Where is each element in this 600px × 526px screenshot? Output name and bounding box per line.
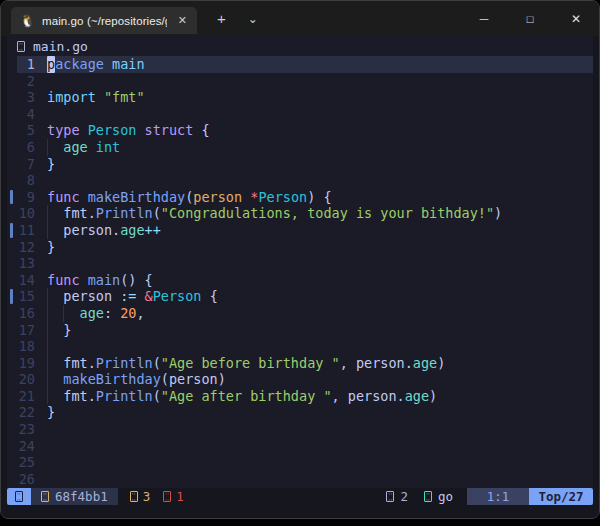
indent-guide-icon [47,288,55,305]
titlebar: 🐧 main.go (~/repositories/go-st ✕ + ⌄ ─ … [1,1,599,36]
code-line[interactable]: 20 makeBirthday(person) [7,371,593,388]
git-change-sign [10,289,13,304]
code-token: age [413,355,437,372]
code-line[interactable]: 24 [7,438,593,455]
code-token: ( [185,189,193,206]
scroll-position-segment: Top/27 [529,488,593,505]
code-line[interactable]: 21 fmt.Println("Age after birthday ", pe… [7,388,593,405]
code-token [55,305,63,322]
code-line[interactable]: 13 [7,255,593,272]
code-line[interactable]: 15 person := &Person { [7,288,593,305]
code-line[interactable]: 9func makeBirthday(person *Person) { [7,189,593,206]
code-line[interactable]: 1package main [7,56,593,73]
code-token [88,139,96,156]
code-line[interactable]: 25 [7,454,593,471]
code-token: , person. [340,355,413,372]
warning-diagnostic: 3 [130,489,151,504]
line-number: 19 [17,355,47,372]
code-token: Println [96,388,153,405]
code-line[interactable]: 14func main() { [7,272,593,289]
code-line[interactable]: 5type Person struct { [7,122,593,139]
code-line[interactable]: 6 age int [7,139,593,156]
indent-guide-icon [47,338,55,355]
sign-column [7,355,17,372]
code-token: fmt. [63,355,96,372]
indent-guide-icon [47,222,55,239]
statusline-spacer [184,488,387,505]
sign-column [7,189,17,206]
line-text: } [47,322,71,339]
code-token: { [202,288,218,305]
line-number: 10 [17,205,47,222]
code-line[interactable]: 12} [7,239,593,256]
git-segment: 68f4bb1 [31,488,118,505]
code-token: 20 [120,305,136,322]
code-line[interactable]: 10 fmt.Println("Congradulations, today i… [7,205,593,222]
code-token [96,89,104,106]
code-line[interactable]: 18 [7,338,593,355]
new-tab-button[interactable]: + [209,10,234,27]
error-count: 1 [176,489,184,504]
sign-column [7,139,17,156]
code-token: Person [88,122,137,139]
code-token [136,122,144,139]
code-token: makeBirthday [63,371,161,388]
code-line[interactable]: 19 fmt.Println("Age before birthday ", p… [7,355,593,372]
code-line[interactable]: 4 [7,106,593,123]
code-token [80,189,88,206]
indent-guide-icon [47,388,55,405]
winbar-filename: main.go [33,39,88,54]
code-token: struct [145,122,194,139]
code-line[interactable]: 8 [7,172,593,189]
line-text: } [47,404,55,421]
mode-segment [7,488,31,505]
sign-column [7,421,17,438]
error-icon [163,491,171,502]
indent-guide-icon [47,355,55,372]
code-token: fmt. [63,388,96,405]
code-token [80,272,88,289]
cursor-block: p [47,56,55,73]
indent-guide-icon [63,305,71,322]
code-line[interactable]: 26 [7,471,593,488]
code-token: ) [429,388,437,405]
tab-close-icon[interactable]: ✕ [174,13,191,28]
code-line[interactable]: 2 [7,73,593,90]
git-change-sign [10,223,13,238]
code-token [55,288,63,305]
line-number: 2 [17,73,47,90]
code-token [80,122,88,139]
sign-column [7,371,17,388]
code-token [112,305,120,322]
code-line[interactable]: 17 } [7,322,593,339]
tab-dropdown-button[interactable]: ⌄ [240,12,266,26]
code-token [55,388,63,405]
code-token: ( [153,205,161,222]
line-text: person.age++ [47,222,161,239]
sign-column [7,56,17,73]
code-line[interactable]: 3import "fmt" [7,89,593,106]
buffer-count-segment: 2 [386,488,408,505]
code-area[interactable]: 1package main23import "fmt"45type Person… [7,56,593,488]
code-line[interactable]: 11 person.age++ [7,222,593,239]
close-button[interactable]: ✕ [553,1,599,36]
sign-column [7,239,17,256]
code-token: "Age after birthday " [161,388,332,405]
line-number: 22 [17,404,47,421]
vim-mode-icon [15,491,23,502]
code-token: ) [494,205,502,222]
command-line[interactable] [7,505,593,518]
code-line[interactable]: 16 age: 20, [7,305,593,322]
minimize-button[interactable]: ─ [461,1,507,36]
indent-guide-icon [47,322,55,339]
code-line[interactable]: 7} [7,156,593,173]
line-number: 15 [17,288,47,305]
sign-column [7,454,17,471]
terminal-tab[interactable]: 🐧 main.go (~/repositories/go-st ✕ [11,7,197,34]
code-line[interactable]: 23 [7,421,593,438]
sign-column [7,172,17,189]
code-line[interactable]: 22} [7,404,593,421]
diagnostics-segment: 3 1 [118,488,184,505]
code-token: int [96,139,120,156]
maximize-button[interactable]: □ [507,1,553,36]
